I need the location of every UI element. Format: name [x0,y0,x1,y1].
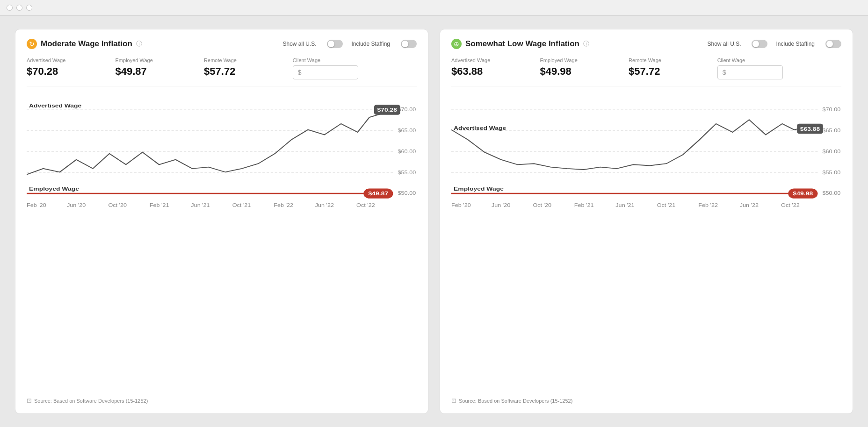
card-right-wages: Advertised Wage $63.88 Employed Wage $49… [451,57,841,86]
card-left-advertised-value: $70.28 [27,65,116,78]
svg-text:Advertised Wage: Advertised Wage [454,125,506,131]
card-left-client-dollar: $ [298,69,302,76]
card-left-source-text: Source: Based on Software Developers (15… [34,398,148,404]
card-right-info-icon[interactable]: ⓘ [583,40,589,48]
svg-text:$50.00: $50.00 [823,190,841,196]
card-left-chart-area: $70.00 $65.00 $60.00 $55.00 $50.00 Adver… [27,95,417,387]
card-left-source: ⊡ Source: Based on Software Developers (… [27,397,417,404]
title-bar [0,0,868,16]
card-left-employed-label: Employed Wage [116,57,204,63]
card-left-title: Moderate Wage Inflation [41,39,132,49]
svg-text:$65.00: $65.00 [398,128,416,133]
card-left-employed-value: $49.87 [116,65,204,78]
svg-text:Jun '22: Jun '22 [740,202,759,208]
svg-text:Jun '21: Jun '21 [191,202,210,208]
traffic-light-maximize[interactable] [26,5,32,11]
card-right-header: ⊕ Somewhat Low Wage Inflation ⓘ Show all… [451,39,841,49]
svg-text:Advertised Wage: Advertised Wage [29,102,81,109]
card-right-remote-value: $57.72 [629,65,717,78]
svg-text:Oct '21: Oct '21 [657,202,676,208]
traffic-light-close[interactable] [7,5,13,11]
card-left-icon: ↻ [27,39,37,49]
card-left-title-area: ↻ Moderate Wage Inflation ⓘ [27,39,142,49]
card-right-employed-wage: Employed Wage $49.98 [540,57,629,79]
svg-text:$60.00: $60.00 [398,149,416,154]
card-left-wages: Advertised Wage $70.28 Employed Wage $49… [27,57,417,86]
svg-text:Oct '22: Oct '22 [356,202,375,208]
card-left-source-icon: ⊡ [27,397,32,404]
card-left-client-wage: Client Wage $ [293,57,417,79]
card-right-source-text: Source: Based on Software Developers (15… [459,398,572,404]
svg-text:Jun '21: Jun '21 [615,202,634,208]
card-right-source-icon: ⊡ [451,397,456,404]
card-left-header: ↻ Moderate Wage Inflation ⓘ Show all U.S… [27,39,417,49]
svg-text:$63.88: $63.88 [800,126,820,132]
card-left-show-all-toggle[interactable] [327,40,343,48]
card-left-advertised-wage: Advertised Wage $70.28 [27,57,116,79]
card-right-client-label: Client Wage [717,57,841,63]
card-left-show-all-label: Show all U.S. [282,41,316,47]
card-left-client-input[interactable] [303,69,353,76]
card-right-controls: Show all U.S. Include Staffing [707,40,841,48]
card-right-advertised-value: $63.88 [451,65,540,78]
card-left-advertised-label: Advertised Wage [27,57,116,63]
card-left-staffing-toggle[interactable] [401,40,417,48]
card-right-advertised-label: Advertised Wage [451,57,540,63]
card-right-source: ⊡ Source: Based on Software Developers (… [451,397,841,404]
card-left-info-icon[interactable]: ⓘ [136,40,142,48]
main-content: ↻ Moderate Wage Inflation ⓘ Show all U.S… [0,16,868,427]
svg-text:Employed Wage: Employed Wage [29,185,79,192]
card-right-title: Somewhat Low Wage Inflation [465,39,579,49]
card-right-employed-label: Employed Wage [540,57,629,63]
card-left-remote-wage: Remote Wage $57.72 [204,57,293,79]
card-right-client-input[interactable] [728,69,777,76]
card-right-client-dollar: $ [723,69,726,76]
svg-text:Feb '20: Feb '20 [451,202,471,208]
card-right-staffing-toggle[interactable] [825,40,841,48]
svg-text:$70.00: $70.00 [398,107,416,112]
card-right-chart: $70.00 $65.00 $60.00 $55.00 $50.00 Adver… [451,95,841,244]
card-left: ↻ Moderate Wage Inflation ⓘ Show all U.S… [15,29,428,414]
card-right-staffing-label: Include Staffing [776,41,815,47]
svg-text:$70.28: $70.28 [377,107,398,113]
card-left-remote-value: $57.72 [204,65,293,78]
svg-text:$50.00: $50.00 [398,190,416,196]
svg-text:$60.00: $60.00 [823,149,841,154]
svg-text:Feb '22: Feb '22 [698,202,718,208]
svg-text:Oct '22: Oct '22 [781,202,800,208]
svg-text:$65.00: $65.00 [823,128,841,133]
svg-text:$49.98: $49.98 [793,191,813,197]
card-right-remote-wage: Remote Wage $57.72 [629,57,717,79]
card-left-remote-label: Remote Wage [204,57,293,63]
card-right-show-all-label: Show all U.S. [707,41,741,47]
card-right-remote-label: Remote Wage [629,57,717,63]
card-left-client-input-wrapper: $ [293,65,358,79]
svg-text:Oct '20: Oct '20 [108,202,127,208]
card-left-employed-wage: Employed Wage $49.87 [116,57,204,79]
card-right-title-area: ⊕ Somewhat Low Wage Inflation ⓘ [451,39,589,49]
svg-text:Oct '20: Oct '20 [533,202,551,208]
svg-text:Employed Wage: Employed Wage [454,185,504,192]
card-left-chart: $70.00 $65.00 $60.00 $55.00 $50.00 Adver… [27,95,417,244]
svg-text:Feb '22: Feb '22 [274,202,293,208]
card-right-show-all-toggle[interactable] [752,40,767,48]
card-right-client-wage: Client Wage $ [717,57,841,79]
svg-text:Feb '20: Feb '20 [27,202,46,208]
card-right-advertised-wage: Advertised Wage $63.88 [451,57,540,79]
svg-text:$49.87: $49.87 [369,191,389,197]
svg-text:$55.00: $55.00 [823,170,841,175]
svg-text:Jun '20: Jun '20 [492,202,511,208]
card-right-chart-area: $70.00 $65.00 $60.00 $55.00 $50.00 Adver… [451,95,841,387]
card-right-client-input-wrapper: $ [717,65,783,79]
card-left-client-label: Client Wage [293,57,417,63]
svg-text:Jun '22: Jun '22 [315,202,334,208]
svg-text:Feb '21: Feb '21 [574,202,594,208]
svg-text:Oct '21: Oct '21 [232,202,251,208]
svg-text:Feb '21: Feb '21 [150,202,169,208]
traffic-light-minimize[interactable] [16,5,22,11]
card-right-icon: ⊕ [451,39,462,49]
card-left-staffing-label: Include Staffing [351,41,390,47]
card-left-controls: Show all U.S. Include Staffing [282,40,417,48]
card-right-employed-value: $49.98 [540,65,629,78]
svg-text:Jun '20: Jun '20 [67,202,86,208]
